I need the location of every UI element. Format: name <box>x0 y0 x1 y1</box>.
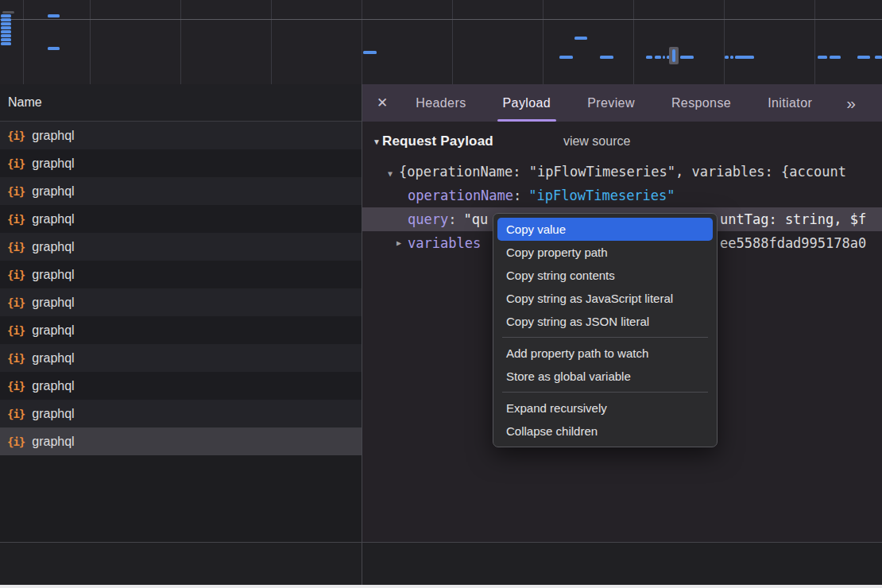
menu-item-copy-property-path[interactable]: Copy property path <box>493 241 717 264</box>
json-icon: {i} <box>7 130 25 142</box>
request-payload-title: Request Payload <box>382 133 493 149</box>
request-bar <box>363 51 377 54</box>
request-row[interactable]: {i} graphql <box>0 122 362 149</box>
request-bar <box>1 18 11 21</box>
menu-item-copy-string-as-javascript-literal[interactable]: Copy string as JavaScript literal <box>493 287 717 310</box>
devtools-window: Name {i} graphql {i} graphql {i} graphql… <box>0 0 882 588</box>
request-row[interactable]: {i} graphql <box>0 344 362 372</box>
json-icon: {i} <box>7 241 25 253</box>
selected-request-marker <box>669 47 679 64</box>
request-bar <box>725 56 729 59</box>
tab-headers[interactable]: Headers <box>413 84 468 122</box>
request-bar <box>672 49 675 62</box>
summary-bar-right <box>362 542 882 585</box>
payload-row-operationname[interactable]: operationName:"ipFlowTimeseries" <box>362 184 882 207</box>
json-icon: {i} <box>7 435 25 448</box>
menu-item-store-as-global-variable[interactable]: Store as global variable <box>493 365 717 388</box>
menu-item-expand-recursively[interactable]: Expand recursively <box>493 397 717 420</box>
property-value-fragment-right: untTag: string, $f <box>720 207 866 231</box>
request-row[interactable]: {i} graphql <box>0 177 362 205</box>
request-bar <box>48 47 60 50</box>
request-bar <box>1 30 11 33</box>
request-bar <box>830 56 841 59</box>
request-bar <box>663 56 665 59</box>
overview-divider-line <box>0 19 882 20</box>
menu-separator <box>502 392 708 393</box>
request-name: graphql <box>32 268 74 282</box>
request-row[interactable]: {i} graphql <box>0 316 362 344</box>
request-bar <box>1 26 11 29</box>
json-icon: {i} <box>7 324 25 337</box>
view-source-link[interactable]: view source <box>563 134 630 149</box>
request-bar <box>818 56 827 59</box>
object-preview-text: {operationName: "ipFlowTimeseries", vari… <box>399 164 846 180</box>
menu-item-add-property-path-to-watch[interactable]: Add property path to watch <box>493 342 717 365</box>
request-name: graphql <box>32 157 74 171</box>
json-icon: {i} <box>7 213 25 226</box>
request-name: graphql <box>32 379 74 393</box>
close-icon[interactable]: ✕ <box>377 95 388 111</box>
menu-item-copy-string-contents[interactable]: Copy string contents <box>493 264 717 287</box>
request-bar <box>1 42 11 45</box>
request-bar <box>646 56 652 59</box>
request-bar <box>574 37 587 40</box>
name-column-header[interactable]: Name <box>0 84 362 122</box>
property-preview-fragment-right: ee5588fdad995178a0 <box>720 231 866 255</box>
request-bar <box>48 14 60 17</box>
property-key: variables <box>408 235 481 251</box>
key-value-separator: : <box>513 188 521 203</box>
request-table-panel: Name {i} graphql {i} graphql {i} graphql… <box>0 84 362 585</box>
request-bar <box>857 56 870 59</box>
property-key: query <box>408 211 448 227</box>
request-name: graphql <box>32 323 74 338</box>
request-name: graphql <box>32 351 74 366</box>
request-name: graphql <box>32 435 74 449</box>
request-bar <box>735 56 754 59</box>
property-key: operationName <box>408 188 513 203</box>
json-icon: {i} <box>7 380 25 393</box>
more-tabs-icon[interactable]: » <box>846 94 856 113</box>
request-row[interactable]: {i} graphql <box>0 233 362 261</box>
menu-separator <box>502 337 708 338</box>
payload-row-root-preview[interactable]: ▼{operationName: "ipFlowTimeseries", var… <box>362 161 882 184</box>
request-bar <box>559 56 573 59</box>
request-row[interactable]: {i} graphql <box>0 372 362 400</box>
request-list: {i} graphql {i} graphql {i} graphql {i} … <box>0 122 362 455</box>
request-name: graphql <box>32 184 74 199</box>
json-icon: {i} <box>7 296 25 309</box>
request-row[interactable]: {i} graphql <box>0 400 362 427</box>
request-row[interactable]: {i} graphql <box>0 261 362 288</box>
request-name: graphql <box>32 240 74 254</box>
request-name: graphql <box>32 296 74 310</box>
json-icon: {i} <box>7 408 25 420</box>
menu-item-collapse-children[interactable]: Collapse children <box>493 420 717 443</box>
tab-initiator[interactable]: Initiator <box>765 84 814 122</box>
window-bottom-edge <box>0 585 882 588</box>
menu-item-copy-string-as-json-literal[interactable]: Copy string as JSON literal <box>493 310 717 333</box>
menu-item-copy-value[interactable]: Copy value <box>497 218 713 241</box>
json-icon: {i} <box>7 157 25 170</box>
request-bar <box>875 56 882 59</box>
network-overview-timeline[interactable] <box>0 0 882 84</box>
pending-bar <box>2 11 14 14</box>
collapse-triangle-icon[interactable]: ▼ <box>373 137 381 146</box>
request-list-empty-area <box>0 455 362 542</box>
context-menu: Copy valueCopy property pathCopy string … <box>493 213 718 447</box>
request-row[interactable]: {i} graphql <box>0 288 362 316</box>
request-bar <box>1 14 11 17</box>
request-bar <box>1 38 11 41</box>
property-value-string: "ipFlowTimeseries" <box>528 188 675 203</box>
property-value-fragment-left: "qu <box>463 211 488 227</box>
request-row[interactable]: {i} graphql <box>0 149 362 177</box>
request-row[interactable]: {i} graphql <box>0 205 362 233</box>
request-row[interactable]: {i} graphql <box>0 427 362 455</box>
expand-triangle-icon[interactable]: ▶ <box>397 231 401 255</box>
collapse-triangle-icon[interactable]: ▼ <box>388 162 393 185</box>
request-bar <box>600 56 613 59</box>
tab-preview[interactable]: Preview <box>585 84 637 122</box>
request-payload-section-header[interactable]: ▼ Request Payload view source <box>373 130 630 153</box>
request-bar <box>1 34 11 37</box>
request-bar <box>1 22 11 25</box>
tab-payload[interactable]: Payload <box>501 84 554 122</box>
tab-response[interactable]: Response <box>669 84 733 122</box>
